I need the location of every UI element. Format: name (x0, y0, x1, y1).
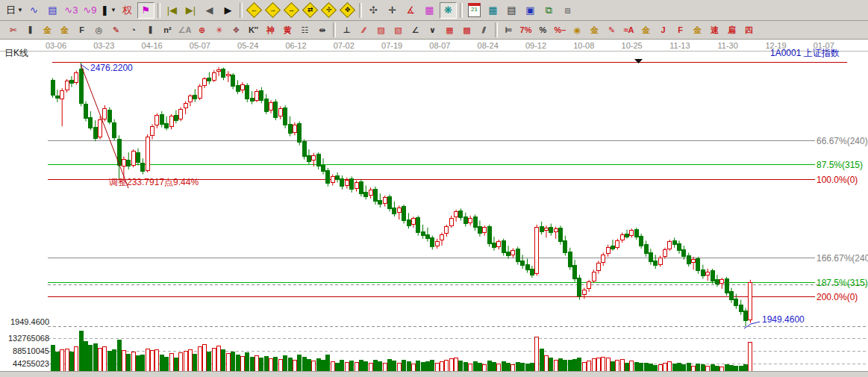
period-day-button[interactable]: 日▼ (5, 2, 24, 19)
gann-fan-tool[interactable]: ∕∕ (356, 22, 372, 37)
zoom-right-diamond-button[interactable]: → (264, 2, 281, 19)
box-anchor-tool[interactable]: ⊥ (339, 22, 355, 37)
spiderweb-tool[interactable]: ❖ (228, 22, 244, 37)
j-lines-tool[interactable]: J (655, 22, 671, 37)
smart-analysis-button[interactable]: ❋ (440, 2, 457, 19)
cycle-circle-tool[interactable]: ◔ (125, 22, 141, 37)
calculator-button[interactable]: ▦ (484, 2, 502, 19)
angle-line-tool[interactable]: ∠A (177, 22, 193, 37)
candle-body (554, 229, 558, 231)
gold-gann-tool[interactable]: 黄 (280, 22, 296, 37)
page-right-button[interactable]: ▶ (219, 2, 237, 19)
gold-circle-tool[interactable]: ◉ (569, 22, 585, 37)
fan-box-tool-1[interactable]: ▨ (373, 22, 389, 37)
candle-body (269, 103, 273, 110)
band-lines-tool-icon: 扁 (728, 26, 736, 34)
candle-body (388, 196, 392, 208)
zoom-horizontal-diamond-button[interactable]: ↔ (283, 2, 300, 19)
k-note-tool-icon: K″ (249, 26, 258, 34)
indicator-pane9-button[interactable]: ∿9 (81, 2, 99, 19)
percent-drop-tool[interactable]: 7% (518, 22, 534, 37)
width-measure-tool-icon: ⇹ (319, 26, 325, 34)
zoom-out-diamond-button[interactable]: ✢ (320, 2, 337, 19)
calendar-button[interactable]: 21 (466, 2, 483, 19)
crosshair-button[interactable]: ✛ (384, 2, 401, 19)
slant-lines-tool[interactable]: ⫽ (476, 22, 492, 37)
indicator-pane3-button[interactable]: ∿3 (63, 2, 80, 19)
red-grid-tool-1-icon: ▦ (446, 26, 453, 34)
n-squared-tool[interactable]: n² (160, 22, 175, 37)
v-line-tool[interactable]: ∨ (425, 22, 440, 37)
stats-bars-tool[interactable]: ⊨ (501, 22, 516, 37)
notes-button[interactable]: ▤ (503, 2, 520, 19)
numbered-grid-tool[interactable]: ☷ (297, 22, 313, 37)
fibonacci-lines-tool[interactable]: F (74, 22, 90, 37)
candle-body (611, 246, 614, 249)
candle-body (478, 227, 481, 234)
volume-bar (79, 331, 83, 377)
candle-body (246, 86, 249, 99)
angle-fan-tool[interactable]: ∠ (408, 22, 423, 37)
eraser-knife-tool[interactable]: ✄ (5, 22, 21, 37)
gold-lines-tool-1[interactable]: 金 (587, 22, 602, 37)
first-page-button[interactable]: |◀ (163, 2, 181, 19)
f-lines-tool[interactable]: F (672, 22, 688, 37)
gann-tool[interactable]: 神 (263, 22, 278, 37)
four-lines-tool[interactable]: 四 (741, 22, 757, 37)
gold-lines-tool-2[interactable]: 金 (638, 22, 654, 37)
pencil-tool[interactable]: ✎ (108, 22, 124, 37)
percent-tool[interactable]: % (535, 22, 551, 37)
color-volume-button[interactable]: ⚑ (137, 2, 154, 19)
network-button[interactable]: ⧉ (540, 2, 558, 19)
red-grid-tool-1[interactable]: ▦ (442, 22, 458, 37)
red-grid-tool-2[interactable]: ▩ (459, 22, 475, 37)
angle-measure-button[interactable]: ∡ (402, 2, 419, 19)
f10-info-button[interactable]: ▤ (44, 2, 61, 19)
golden-section-tool-2[interactable]: 金 (57, 22, 72, 37)
candle-body (359, 181, 363, 193)
candle-style-button[interactable]: ❚▼ (100, 2, 117, 19)
circle-target-tool[interactable]: ⊕ (194, 22, 210, 37)
candle-body (544, 228, 548, 231)
peak-price-annotation: 2476.2200 (90, 63, 133, 73)
gold-lines-tool-2-icon: 金 (642, 26, 650, 34)
zoom-left-diamond-button[interactable]: ← (246, 2, 263, 19)
wave-band-tool[interactable]: ≈A (621, 22, 637, 37)
notes-button-icon: ▤ (507, 5, 516, 15)
candle-body (397, 208, 401, 213)
candle-body (521, 261, 525, 266)
pan-hand-button[interactable]: ✣ (365, 2, 382, 19)
candle-body (355, 182, 358, 188)
percent-lines-tool[interactable]: ⫼ (143, 22, 158, 37)
zoom-all-diamond-button[interactable]: ✥ (339, 2, 356, 19)
send-to-pc-button[interactable]: ⧈ (559, 2, 576, 19)
fibonacci-lines-tool-icon: F (79, 26, 84, 34)
percent-line-tool-icon: %– (555, 26, 566, 34)
candle-body (663, 249, 666, 256)
width-measure-tool[interactable]: ⇹ (314, 22, 330, 37)
grid-lines-tool[interactable]: ⫼ (22, 22, 38, 37)
band-lines-tool[interactable]: 扁 (724, 22, 740, 37)
page-left-button[interactable]: ◀ (201, 2, 218, 19)
grid-window-button[interactable]: ▦ (421, 2, 438, 19)
candle-body (364, 193, 368, 196)
speed-lines-tool[interactable]: 速 (707, 22, 722, 37)
exrights-button[interactable]: 权 (119, 2, 136, 19)
star-rays-tool[interactable]: ✳ (211, 22, 227, 37)
candle-body (79, 69, 83, 104)
candle-body (672, 240, 676, 244)
save-button[interactable]: ▣ (522, 2, 539, 19)
golden-section-tool-1[interactable]: 金 (40, 22, 55, 37)
gann-tool-icon: 神 (266, 26, 275, 34)
candle-body (431, 237, 434, 246)
percent-line-tool[interactable]: %– (552, 22, 568, 37)
gold-lines-tool-3[interactable]: 金 (690, 22, 705, 37)
last-page-button[interactable]: ▶| (182, 2, 199, 19)
intraday-chart-button[interactable]: ∿ (25, 2, 43, 19)
zoom-swap-diamond-button[interactable]: ⇄ (302, 2, 319, 19)
red-pencil-tool[interactable]: ✎ (604, 22, 619, 37)
spiral-tool[interactable]: ◎ (91, 22, 107, 37)
fan-box-tool-2[interactable]: ▧ (390, 22, 406, 37)
zoom-left-diamond-button-icon: ← (246, 2, 262, 18)
k-note-tool[interactable]: K″ (246, 22, 261, 37)
